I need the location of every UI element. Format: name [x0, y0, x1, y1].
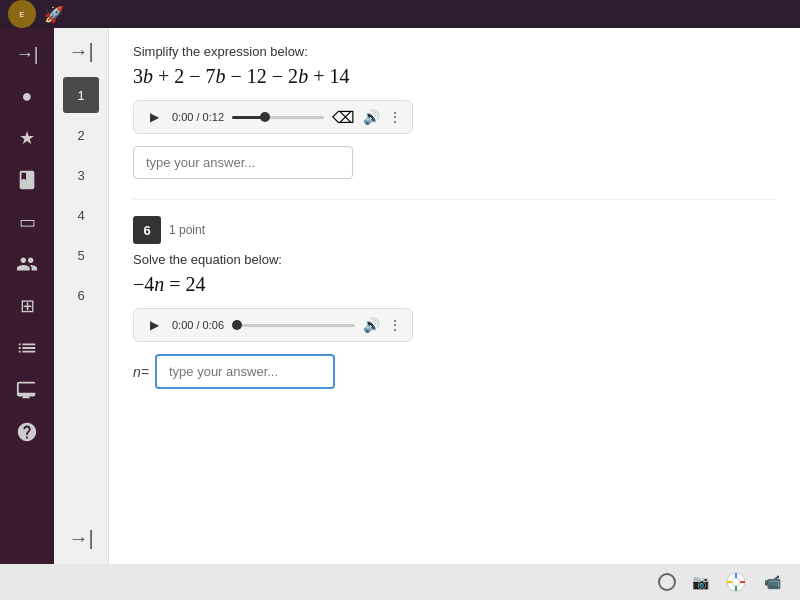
progress-thumb-q5[interactable] [260, 112, 270, 122]
question-6-badge: 6 [133, 216, 161, 244]
play-button-q5[interactable]: ▶ [144, 107, 164, 127]
nav-sidebar: →| 1 2 3 4 5 6 →| [54, 28, 109, 564]
content-area: Simplify the expression below: 3b + 2 − … [109, 28, 800, 564]
nav-collapse-button[interactable]: →| [64, 36, 97, 67]
volume-icon-q6[interactable]: 🔊 [363, 317, 380, 333]
more-options-q5[interactable]: ⋮ [388, 109, 402, 125]
question-5-expression: 3b + 2 − 7b − 12 − 2b + 14 [133, 65, 776, 88]
progress-bar-q5[interactable] [232, 116, 324, 119]
question-6-section: 6 1 point Solve the equation below: −4n … [133, 216, 776, 389]
nav-item-3[interactable]: 3 [63, 157, 99, 193]
taskbar-video-button[interactable]: 📹 [760, 570, 784, 594]
sidebar-book-icon[interactable] [9, 162, 45, 198]
nav-item-6[interactable]: 6 [63, 277, 99, 313]
question-6-header: 6 1 point [133, 216, 776, 244]
nav-item-4[interactable]: 4 [63, 197, 99, 233]
taskbar-camera-button[interactable]: 📷 [688, 570, 712, 594]
sidebar-help-icon[interactable] [9, 414, 45, 450]
answer-input-q6[interactable] [155, 354, 335, 389]
progress-bar-q6[interactable] [232, 324, 355, 327]
launch-icon[interactable]: 🚀 [44, 5, 64, 24]
nav-expand-button[interactable]: →| [63, 520, 99, 556]
main-layout: →| ● ★ ▭ ⊞ →| 1 2 3 4 5 6 →| S [0, 28, 800, 564]
volume-icon-q5[interactable]: 🔊 [363, 109, 380, 125]
nav-item-1[interactable]: 1 [63, 77, 99, 113]
cursor-indicator: ⌫ [332, 108, 355, 127]
sidebar-arrow-icon[interactable]: →| [9, 36, 45, 72]
sidebar-star-icon[interactable]: ★ [9, 120, 45, 156]
time-display-q6: 0:00 / 0:06 [172, 319, 224, 331]
audio-player-q5: ▶ 0:00 / 0:12 ⌫ 🔊 ⋮ [133, 100, 413, 134]
audio-player-q6: ▶ 0:00 / 0:06 🔊 ⋮ [133, 308, 413, 342]
question-6-points: 1 point [169, 223, 205, 237]
progress-thumb-q6[interactable] [232, 320, 242, 330]
sidebar-users-icon[interactable] [9, 246, 45, 282]
nav-item-2[interactable]: 2 [63, 117, 99, 153]
sidebar-circle-icon[interactable]: ● [9, 78, 45, 114]
question-6-expression: −4n = 24 [133, 273, 776, 296]
answer-input-q5[interactable] [133, 146, 353, 179]
sidebar-grid-icon[interactable]: ⊞ [9, 288, 45, 324]
taskbar-circle-icon [658, 573, 676, 591]
question-6-instruction: Solve the equation below: [133, 252, 776, 267]
answer-row-q6: n= [133, 354, 776, 389]
play-button-q6[interactable]: ▶ [144, 315, 164, 335]
nav-item-5[interactable]: 5 [63, 237, 99, 273]
app-logo: E [8, 0, 36, 28]
taskbar-chrome-button[interactable] [724, 570, 748, 594]
more-options-q6[interactable]: ⋮ [388, 317, 402, 333]
question-5-section: Simplify the expression below: 3b + 2 − … [133, 44, 776, 179]
time-display-q5: 0:00 / 0:12 [172, 111, 224, 123]
section-divider [133, 199, 776, 200]
taskbar: 📷 📹 [0, 564, 800, 600]
sidebar-square-icon[interactable]: ▭ [9, 204, 45, 240]
sidebar-monitor-icon[interactable] [9, 372, 45, 408]
answer-label-q6: n= [133, 364, 149, 380]
sidebar-layers-icon[interactable] [9, 330, 45, 366]
icon-sidebar: →| ● ★ ▭ ⊞ [0, 28, 54, 564]
svg-point-1 [732, 578, 740, 586]
question-5-instruction: Simplify the expression below: [133, 44, 776, 59]
top-bar: E 🚀 [0, 0, 800, 28]
